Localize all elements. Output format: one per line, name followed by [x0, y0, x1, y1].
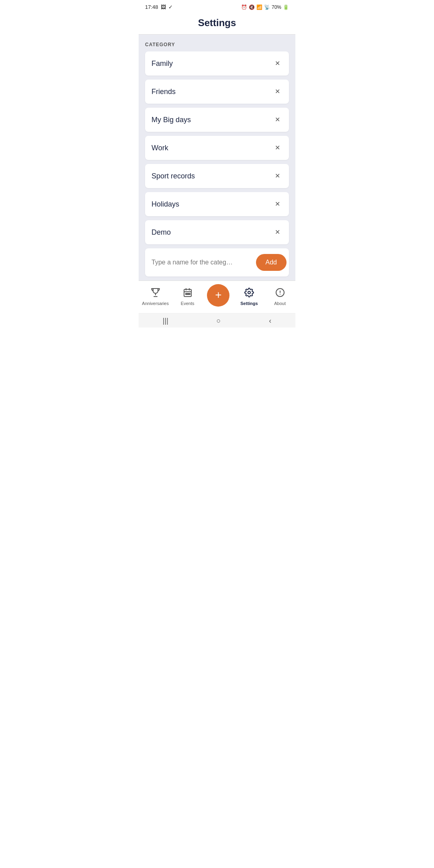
bottom-navigation: Anniversaries Events + [139, 280, 295, 313]
plus-icon: + [215, 289, 221, 301]
category-name-label: Demo [151, 228, 171, 237]
remove-category-button[interactable]: ✕ [272, 143, 283, 153]
svg-point-8 [248, 291, 250, 294]
section-label: CATEGORY [145, 42, 289, 47]
remove-category-button[interactable]: ✕ [272, 115, 283, 125]
home-bar-back[interactable]: ‹ [269, 317, 271, 325]
category-item: Work✕ [145, 136, 289, 160]
page-header: Settings [139, 12, 295, 35]
calendar-icon [183, 288, 192, 300]
category-item: Demo✕ [145, 220, 289, 244]
home-bar-menu[interactable]: ||| [163, 317, 168, 325]
remove-category-button[interactable]: ✕ [272, 199, 283, 209]
page-title: Settings [145, 17, 289, 29]
remove-category-button[interactable]: ✕ [272, 171, 283, 181]
category-list: Family✕Friends✕My Big days✕Work✕Sport re… [145, 51, 289, 244]
status-time: 17:48 [145, 4, 158, 10]
check-icon: ✓ [168, 4, 173, 10]
battery-icon: 🔋 [283, 4, 289, 10]
nav-label-events: Events [181, 301, 194, 306]
trophy-icon [151, 288, 160, 300]
remove-category-button[interactable]: ✕ [272, 59, 283, 68]
nav-item-about[interactable]: About [268, 288, 292, 306]
home-bar-home[interactable]: ○ [217, 317, 221, 325]
alarm-icon: ⏰ [241, 4, 247, 10]
battery-percent: 70% [272, 4, 281, 10]
info-icon [275, 288, 285, 300]
category-item: Holidays✕ [145, 192, 289, 216]
category-name-label: Holidays [151, 200, 179, 209]
mute-icon: 🔇 [249, 4, 255, 10]
content-area: CATEGORY Family✕Friends✕My Big days✕Work… [139, 35, 295, 280]
category-name-input[interactable] [151, 259, 256, 266]
category-item: Friends✕ [145, 80, 289, 104]
category-name-label: Family [151, 59, 173, 68]
status-left: 17:48 🖼 ✓ [145, 4, 173, 10]
gear-icon [244, 288, 254, 300]
category-name-label: Friends [151, 88, 176, 96]
category-item: My Big days✕ [145, 108, 289, 132]
add-fab-button[interactable]: + [207, 284, 229, 307]
nav-item-anniversaries[interactable]: Anniversaries [142, 288, 169, 306]
nav-item-add[interactable]: + [206, 284, 230, 309]
status-bar: 17:48 🖼 ✓ ⏰ 🔇 📶 📡 70% 🔋 [139, 0, 295, 12]
svg-rect-6 [187, 293, 188, 295]
category-name-label: Sport records [151, 172, 195, 180]
add-category-button[interactable]: Add [256, 254, 287, 271]
category-item: Family✕ [145, 51, 289, 76]
nav-label-anniversaries: Anniversaries [142, 301, 169, 306]
image-icon: 🖼 [161, 4, 166, 10]
remove-category-button[interactable]: ✕ [272, 87, 283, 96]
category-name-label: My Big days [151, 116, 191, 124]
home-bar: ||| ○ ‹ [139, 313, 295, 328]
category-item: Sport records✕ [145, 164, 289, 188]
add-category-row: Add [145, 248, 289, 276]
category-name-label: Work [151, 144, 168, 152]
svg-rect-5 [186, 293, 187, 295]
wifi-icon: 📶 [256, 4, 262, 10]
svg-rect-7 [189, 293, 190, 295]
nav-item-events[interactable]: Events [176, 288, 200, 306]
signal-icon: 📡 [264, 4, 270, 10]
nav-label-settings: Settings [240, 301, 258, 306]
nav-item-settings[interactable]: Settings [237, 288, 261, 306]
remove-category-button[interactable]: ✕ [272, 227, 283, 237]
status-right: ⏰ 🔇 📶 📡 70% 🔋 [241, 4, 289, 10]
nav-label-about: About [274, 301, 286, 306]
